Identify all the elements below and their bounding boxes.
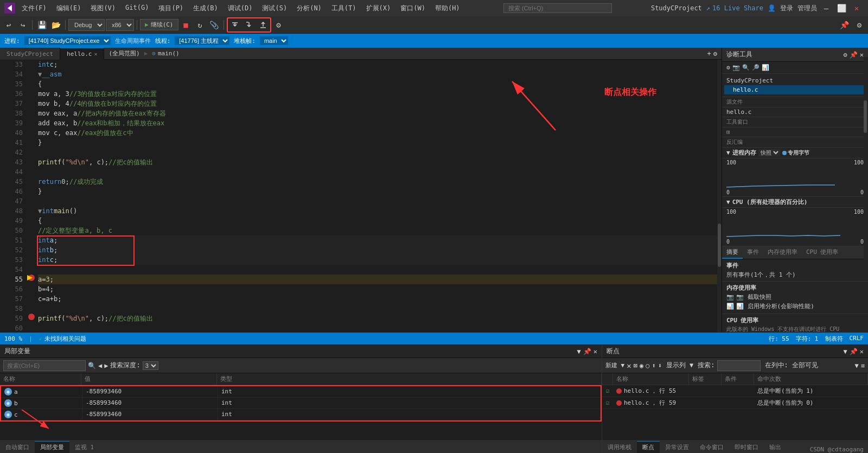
step-out-btn[interactable] bbox=[256, 18, 270, 31]
bp-pin-icon[interactable]: 📌 bbox=[850, 348, 858, 355]
settings-toolbar-btn[interactable]: ⚙ bbox=[853, 18, 866, 31]
snapshot-btn[interactable]: 📷 📷 截取快照 bbox=[726, 293, 864, 301]
next-search-btn[interactable]: ▶ bbox=[104, 362, 108, 369]
search-depth-select[interactable]: 3 bbox=[143, 361, 158, 370]
tab-project[interactable]: StudyCProject bbox=[0, 48, 60, 60]
open-btn[interactable]: 📂 bbox=[49, 18, 62, 31]
close-btn[interactable]: ✕ bbox=[850, 1, 864, 15]
menu-test[interactable]: 测试(S) bbox=[258, 3, 291, 14]
bp-export-btn[interactable]: ⬆ bbox=[652, 362, 655, 369]
locals-search-input[interactable] bbox=[3, 360, 86, 371]
restore-btn[interactable]: ⬜ bbox=[834, 1, 848, 15]
process-select[interactable]: [41740] StudyCProject.exe bbox=[24, 36, 111, 45]
stack-select[interactable]: main bbox=[260, 36, 288, 45]
diag-close-icon[interactable]: ✕ bbox=[860, 51, 864, 59]
restart-btn[interactable]: ↻ bbox=[194, 18, 207, 31]
mem-collapse-icon[interactable]: ▼ bbox=[726, 149, 730, 156]
bp-enable-btn[interactable]: ◉ bbox=[640, 362, 643, 369]
title-search-input[interactable] bbox=[503, 3, 612, 13]
editor-scroll-thumb[interactable] bbox=[718, 224, 721, 267]
tab-close-icon[interactable]: ✕ bbox=[94, 51, 97, 57]
step-into-btn[interactable] bbox=[242, 18, 256, 31]
undo-btn[interactable]: ↩ bbox=[2, 18, 15, 31]
window-controls[interactable]: — ⬜ ✕ bbox=[819, 1, 864, 15]
var-b-value[interactable]: -858993460 bbox=[82, 398, 218, 409]
menu-file[interactable]: 文件(F) bbox=[17, 3, 51, 14]
code-editor[interactable]: int c; ▼ __asm { mov a, 3 //3的值放在a对应内存的位… bbox=[36, 60, 717, 333]
continue-btn[interactable]: ▶ 继续(C) bbox=[140, 19, 178, 30]
lifecycle-btn[interactable]: 生命周期事件 bbox=[115, 37, 151, 45]
bp-new-btn[interactable]: 新建 ▼ bbox=[605, 361, 624, 369]
add-tab-btn[interactable]: + bbox=[707, 50, 711, 58]
attach-btn[interactable]: 📎 bbox=[208, 18, 221, 31]
var-row-a[interactable]: ◉ a -858993460 int bbox=[1, 386, 601, 398]
step-over-btn[interactable] bbox=[228, 18, 242, 31]
breakpoint-59[interactable] bbox=[28, 314, 35, 320]
diag-scroll-thumb[interactable] bbox=[864, 100, 867, 133]
diag-pin-icon[interactable]: 📌 bbox=[850, 51, 858, 59]
diag-tab-memory[interactable]: 内存使用率 bbox=[763, 246, 802, 259]
save-btn[interactable]: 💾 bbox=[35, 18, 48, 31]
bp-close-icon[interactable]: ✕ bbox=[860, 348, 864, 355]
bp-filter-icon[interactable]: ▼ bbox=[855, 362, 859, 369]
editor-scrollbar[interactable] bbox=[717, 60, 722, 333]
var-row-c[interactable]: ◉ c -858993460 int bbox=[1, 409, 601, 420]
minimize-btn[interactable]: — bbox=[819, 1, 833, 15]
login-label[interactable]: 登录 bbox=[780, 4, 793, 13]
tab-exceptions[interactable]: 异常设置 bbox=[660, 442, 694, 453]
tab-output[interactable]: 输出 bbox=[764, 442, 787, 453]
menu-help[interactable]: 帮助(H) bbox=[431, 3, 464, 14]
search-icon[interactable]: 🔍 bbox=[88, 362, 96, 369]
locals-pin-icon[interactable]: 📌 bbox=[583, 348, 591, 355]
tab-command[interactable]: 命令窗口 bbox=[694, 442, 729, 453]
var-a-value[interactable]: -858993460 bbox=[82, 386, 218, 397]
locals-close-icon[interactable]: ✕ bbox=[593, 348, 597, 355]
prev-search-btn[interactable]: ◀ bbox=[98, 362, 102, 369]
var-row-b[interactable]: ◉ b -858993460 int bbox=[1, 398, 601, 409]
locals-dropdown-icon[interactable]: ▼ bbox=[577, 348, 581, 355]
bp-delete-btn[interactable]: ✕ bbox=[627, 361, 631, 370]
hex-btn[interactable]: ⚙ bbox=[272, 18, 285, 31]
menu-bar[interactable]: 文件(F) 编辑(E) 视图(V) Git(G) 项目(P) 生成(B) 调试(… bbox=[17, 3, 464, 14]
bp-55-check[interactable]: ☑ bbox=[602, 387, 613, 394]
menu-git[interactable]: Git(G) bbox=[121, 3, 153, 14]
diag-settings-icon[interactable]: ⚙ bbox=[844, 51, 847, 59]
redo-btn[interactable]: ↪ bbox=[16, 18, 29, 31]
diag-tab-cpu[interactable]: CPU 使用率 bbox=[802, 246, 843, 259]
bp-import-btn[interactable]: ⬇ bbox=[658, 362, 662, 369]
diag-search-btn[interactable]: 🔎 bbox=[752, 64, 760, 71]
tree-root[interactable]: StudyCProject bbox=[724, 76, 866, 85]
menu-window[interactable]: 窗口(W) bbox=[396, 3, 430, 14]
bp-59-check[interactable]: ☑ bbox=[602, 399, 613, 406]
tab-immediate[interactable]: 即时窗口 bbox=[729, 442, 764, 453]
bp-row-55[interactable]: ☑ hello.c ， 行 55 总是中断(当前为 1) bbox=[602, 385, 868, 397]
tab-locals[interactable]: 局部变量 bbox=[35, 441, 69, 453]
tab-breakpoints[interactable]: 断点 bbox=[637, 441, 660, 453]
symbol-settings-icon[interactable]: ⚙ bbox=[713, 50, 717, 58]
menu-build[interactable]: 生成(B) bbox=[189, 3, 222, 14]
analyze-btn[interactable]: 📊 📊 启用堆分析(会影响性能) bbox=[726, 302, 864, 310]
bp-columns-icon[interactable]: ≡ bbox=[861, 362, 865, 369]
mem-type-select[interactable]: 快照 bbox=[758, 149, 780, 156]
tab-callstack[interactable]: 调用堆栈 bbox=[602, 442, 637, 453]
live-share-btn[interactable]: ↗ 16 Live Share bbox=[706, 4, 763, 12]
menu-edit[interactable]: 编辑(E) bbox=[52, 3, 86, 14]
tab-auto[interactable]: 自动窗口 bbox=[0, 442, 35, 453]
menu-extensions[interactable]: 扩展(X) bbox=[362, 3, 395, 14]
tab-watch[interactable]: 监视 1 bbox=[69, 442, 99, 453]
pin-btn[interactable]: 📌 bbox=[838, 18, 851, 31]
diag-settings-btn[interactable]: ⚙ bbox=[726, 64, 730, 71]
diag-screenshot-btn[interactable]: 📷 bbox=[732, 64, 740, 71]
diag-chart-btn[interactable]: 📊 bbox=[762, 64, 769, 71]
bp-deleteall-btn[interactable]: ⊠ bbox=[634, 362, 637, 369]
debug-mode-select[interactable]: Debug bbox=[68, 19, 105, 31]
thread-select[interactable]: [41776] 主线程 bbox=[175, 36, 229, 45]
tree-helloc[interactable]: hello.c bbox=[724, 85, 866, 94]
diag-zoom-btn[interactable]: 🔍 bbox=[742, 64, 750, 71]
var-c-value[interactable]: -858993460 bbox=[82, 409, 218, 420]
diag-tab-events[interactable]: 事件 bbox=[743, 246, 763, 259]
admin-label[interactable]: 管理员 bbox=[797, 4, 817, 13]
stop-btn[interactable]: ■ bbox=[180, 18, 193, 31]
bp-row-59[interactable]: ☑ hello.c ， 行 59 总是中断(当前为 0) bbox=[602, 397, 868, 409]
menu-tools[interactable]: 工具(T) bbox=[327, 3, 361, 14]
